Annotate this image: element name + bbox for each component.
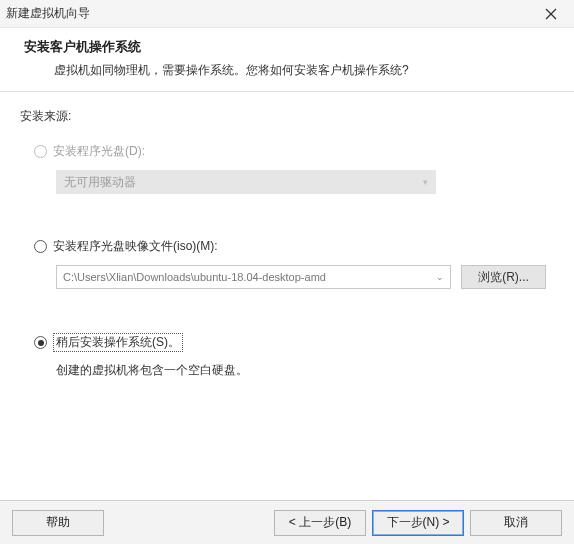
option-iso-row[interactable]: 安装程序光盘映像文件(iso)(M): <box>34 238 554 255</box>
option-disc-group: 安装程序光盘(D): 无可用驱动器 ▾ <box>34 143 554 194</box>
browse-button[interactable]: 浏览(R)... <box>461 265 546 289</box>
back-button[interactable]: < 上一步(B) <box>274 510 366 536</box>
titlebar: 新建虚拟机向导 <box>0 0 574 28</box>
radio-later-label: 稍后安装操作系统(S)。 <box>53 333 183 352</box>
radio-iso[interactable] <box>34 240 47 253</box>
chevron-down-icon: ▾ <box>423 177 428 187</box>
option-iso-group: 安装程序光盘映像文件(iso)(M): ⌄ 浏览(R)... <box>34 238 554 289</box>
install-source-label: 安装来源: <box>20 108 554 125</box>
wizard-header: 安装客户机操作系统 虚拟机如同物理机，需要操作系统。您将如何安装客户机操作系统? <box>0 28 574 91</box>
option-later-row[interactable]: 稍后安装操作系统(S)。 <box>34 333 554 352</box>
option-later-note: 创建的虚拟机将包含一个空白硬盘。 <box>56 362 554 379</box>
option-disc-row[interactable]: 安装程序光盘(D): <box>34 143 554 160</box>
page-subtitle: 虚拟机如同物理机，需要操作系统。您将如何安装客户机操作系统? <box>54 62 560 79</box>
radio-later[interactable] <box>34 336 47 349</box>
iso-path-row: ⌄ 浏览(R)... <box>56 265 554 289</box>
disc-dropdown-text: 无可用驱动器 <box>64 174 136 191</box>
next-button[interactable]: 下一步(N) > <box>372 510 464 536</box>
page-title: 安装客户机操作系统 <box>24 38 560 56</box>
option-later-group: 稍后安装操作系统(S)。 创建的虚拟机将包含一个空白硬盘。 <box>34 333 554 379</box>
footer: 帮助 < 上一步(B) 下一步(N) > 取消 <box>0 500 574 544</box>
radio-disc[interactable] <box>34 145 47 158</box>
content-area: 安装来源: 安装程序光盘(D): 无可用驱动器 ▾ 安装程序光盘映像文件(iso… <box>0 92 574 389</box>
radio-disc-label: 安装程序光盘(D): <box>53 143 145 160</box>
radio-iso-label: 安装程序光盘映像文件(iso)(M): <box>53 238 218 255</box>
window-title: 新建虚拟机向导 <box>6 5 90 22</box>
disc-dropdown: 无可用驱动器 ▾ <box>56 170 436 194</box>
close-icon <box>545 8 557 20</box>
cancel-button[interactable]: 取消 <box>470 510 562 536</box>
help-button[interactable]: 帮助 <box>12 510 104 536</box>
close-button[interactable] <box>534 0 568 28</box>
iso-path-input[interactable] <box>56 265 451 289</box>
